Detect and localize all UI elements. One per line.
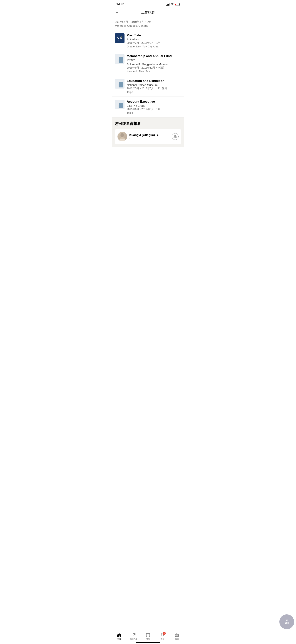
company-name: Solomon R. Guggenheim Museum — [127, 62, 181, 66]
wifi-icon — [171, 3, 174, 6]
job-entry-account-executive[interactable]: Account Executive Elite PR Group 2011年6月… — [112, 97, 184, 118]
job-details-membership: Membership and Annual Fund Intern Solomo… — [127, 54, 181, 73]
job-location: Greater New York City Area — [127, 45, 181, 48]
job-title: Education and Exhibition — [127, 79, 181, 83]
partial-location: Montreal, Quebec, Canada — [115, 24, 181, 27]
guggenheim-logo — [115, 54, 125, 64]
recommendations-section: 您可能還會想看 Kuangyi (Guagua) B. - — [112, 118, 184, 147]
job-entry-post-sale[interactable]: S K EST. ✦ Post Sale Sotheby's 2016年3月 -… — [112, 30, 184, 51]
person-subtitle: - — [129, 137, 170, 140]
job-duration: 2012年5月 - 2013年5月・1年1個月 — [127, 87, 181, 90]
job-details-account-executive: Account Executive Elite PR Group 2011年6月… — [127, 100, 181, 114]
elite-pr-logo — [115, 100, 125, 109]
job-title: Post Sale — [127, 33, 181, 38]
svg-text:S: S — [117, 36, 119, 40]
job-location: Taipei — [127, 111, 181, 114]
nav-header: ← 工作經歷 — [112, 8, 184, 18]
person-card[interactable]: Kuangyi (Guagua) B. - — [115, 129, 181, 144]
sothebys-logo: S K EST. ✦ — [115, 33, 125, 43]
svg-point-7 — [174, 135, 175, 137]
company-name: National Palace Museum — [127, 83, 181, 86]
svg-text:✦: ✦ — [121, 36, 122, 38]
job-duration: 2016年3月 - 2017年2月・1年 — [127, 41, 181, 45]
signal-icon — [166, 3, 170, 6]
partial-duration: 2017年5月 - 2019年4月・2年 — [115, 20, 181, 24]
job-details-education: Education and Exhibition National Palace… — [127, 79, 181, 94]
recommendations-title: 您可能還會想看 — [115, 121, 181, 126]
job-title: Account Executive — [127, 100, 181, 104]
content-area: 2017年5月 - 2019年4月・2年 Montreal, Quebec, C… — [112, 18, 184, 147]
status-time: 14:45 — [116, 2, 124, 6]
svg-text:EST.: EST. — [117, 40, 120, 41]
svg-point-4 — [121, 133, 124, 137]
connect-button[interactable] — [172, 133, 178, 140]
job-location: Taipei — [127, 90, 181, 94]
battery-icon: 6 — [175, 3, 180, 6]
job-title: Membership and Annual Fund Intern — [127, 54, 181, 62]
job-entry-membership[interactable]: Membership and Annual Fund Intern Solomo… — [112, 51, 184, 76]
job-details-post-sale: Post Sale Sotheby's 2016年3月 - 2017年2月・1年… — [127, 33, 181, 48]
person-info: Kuangyi (Guagua) B. - — [129, 134, 170, 140]
back-button[interactable]: ← — [115, 9, 121, 16]
page-title: 工作經歷 — [121, 10, 175, 15]
avatar — [118, 132, 127, 141]
job-entry-education[interactable]: Education and Exhibition National Palace… — [112, 76, 184, 97]
partial-job-entry: 2017年5月 - 2019年4月・2年 Montreal, Quebec, C… — [112, 18, 184, 30]
status-icons: 6 — [166, 3, 180, 6]
person-name: Kuangyi (Guagua) B. — [129, 134, 170, 137]
company-name: Sotheby's — [127, 38, 181, 41]
national-palace-museum-logo — [115, 79, 125, 88]
company-name: Elite PR Group — [127, 104, 181, 107]
status-bar: 14:45 6 — [112, 0, 184, 8]
job-duration: 2015年9月 - 2015年12月・4個月 — [127, 66, 181, 70]
job-duration: 2011年6月 - 2012年5月・1年 — [127, 108, 181, 111]
job-location: New York, New York — [127, 70, 181, 73]
